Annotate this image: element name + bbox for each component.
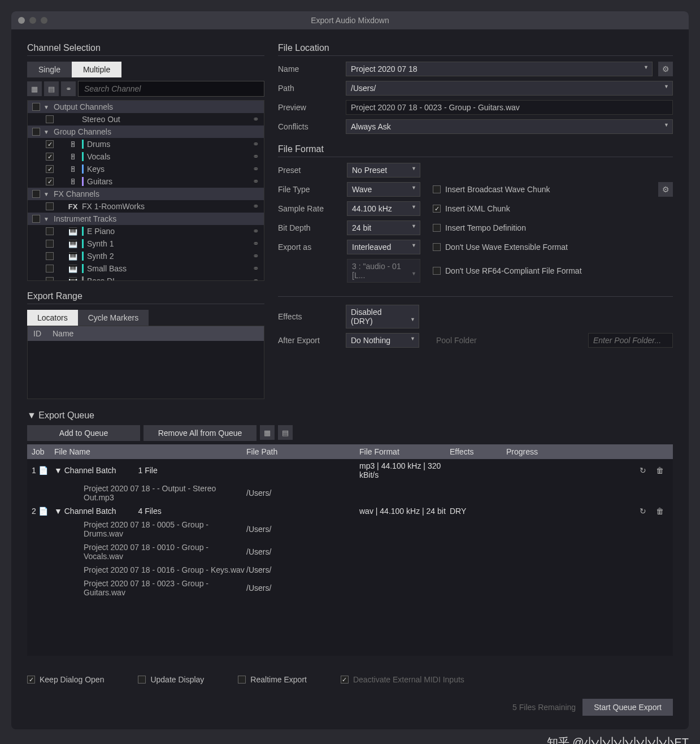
remove-all-button[interactable]: Remove All from Queue: [144, 425, 256, 441]
ixml-checkbox[interactable]: [433, 205, 441, 213]
item-checkbox[interactable]: [46, 202, 54, 210]
tab-single[interactable]: Single: [27, 62, 72, 77]
group-checkbox[interactable]: [32, 190, 40, 198]
link-button[interactable]: ⚭: [61, 81, 76, 96]
effects-dropdown[interactable]: Disabled (DRY): [346, 305, 419, 328]
broadcast-wave-checkbox[interactable]: [433, 185, 441, 193]
item-checkbox[interactable]: [46, 165, 54, 173]
item-checkbox[interactable]: [46, 178, 54, 185]
tempo-checkbox[interactable]: [433, 224, 441, 232]
conflicts-dropdown[interactable]: Always Ask: [346, 119, 673, 134]
trash-icon[interactable]: 🗑: [651, 507, 668, 516]
tree-item[interactable]: Stereo Out⚭: [28, 113, 264, 126]
path-dropdown[interactable]: /Users/: [346, 81, 673, 96]
link-icon[interactable]: ⚭: [253, 115, 259, 124]
collapse-all-button[interactable]: ▤: [44, 81, 59, 96]
item-checkbox[interactable]: [46, 240, 54, 248]
tree-item[interactable]: 🎹Synth 1⚭: [28, 237, 264, 250]
item-checkbox[interactable]: [46, 153, 54, 161]
item-checkbox[interactable]: [46, 115, 54, 123]
tree-item[interactable]: 🎚Vocals⚭: [28, 150, 264, 163]
link-icon[interactable]: ⚭: [253, 177, 259, 186]
ixml-label: Insert iXML Chunk: [445, 204, 510, 213]
update-display-checkbox[interactable]: [138, 676, 146, 684]
keep-dialog-checkbox[interactable]: [27, 676, 35, 684]
item-checkbox[interactable]: [46, 277, 54, 281]
name-dropdown[interactable]: Project 2020 07 18: [346, 62, 653, 76]
file-format-heading: File Format: [278, 144, 673, 157]
search-input[interactable]: [78, 81, 264, 97]
queue-batch-row[interactable]: 1 📄▼ Channel Batch 1 Filemp3 | 44.100 kH…: [27, 459, 673, 482]
chevron-down-icon[interactable]: ▼: [44, 129, 50, 135]
trash-icon[interactable]: 🗑: [651, 466, 668, 475]
refresh-icon[interactable]: ↻: [634, 507, 651, 516]
group-checkbox[interactable]: [32, 128, 40, 136]
link-icon[interactable]: ⚭: [253, 140, 259, 149]
item-checkbox[interactable]: [46, 140, 54, 148]
filetype-dropdown[interactable]: Wave: [347, 182, 420, 197]
export-queue-heading[interactable]: ▼ Export Queue: [27, 410, 673, 421]
pool-folder-input[interactable]: [588, 333, 673, 348]
chevron-down-icon[interactable]: ▼: [44, 216, 50, 222]
deactivate-midi-checkbox[interactable]: [341, 676, 349, 684]
link-icon[interactable]: ⚭: [253, 276, 259, 281]
samplerate-dropdown[interactable]: 44.100 kHz: [347, 201, 420, 216]
window-title: Export Audio Mixdown: [311, 16, 389, 25]
link-icon[interactable]: ⚭: [253, 165, 259, 174]
link-icon[interactable]: ⚭: [253, 252, 259, 261]
expand-all-button[interactable]: ▦: [27, 81, 42, 96]
tree-item[interactable]: 🎚Keys⚭: [28, 163, 264, 175]
chevron-down-icon[interactable]: ▼: [44, 191, 50, 197]
queue-icon-2[interactable]: ▤: [278, 425, 293, 440]
tree-item[interactable]: 🎚Drums⚭: [28, 138, 264, 150]
tree-group-header[interactable]: ▼FX Channels: [28, 188, 264, 200]
group-checkbox[interactable]: [32, 103, 40, 111]
close-icon[interactable]: [18, 17, 25, 24]
audio-output-dropdown[interactable]: 3 : "audio - 01 [L...: [347, 259, 420, 283]
tree-group-header[interactable]: ▼Instrument Tracks: [28, 213, 264, 225]
tab-multiple[interactable]: Multiple: [72, 62, 121, 77]
item-checkbox[interactable]: [46, 252, 54, 260]
link-icon[interactable]: ⚭: [253, 152, 259, 161]
realtime-export-checkbox[interactable]: [238, 676, 246, 684]
item-checkbox[interactable]: [46, 227, 54, 235]
bitdepth-dropdown[interactable]: 24 bit: [347, 220, 420, 235]
tab-locators[interactable]: Locators: [27, 310, 78, 326]
refresh-icon[interactable]: ↻: [634, 466, 651, 475]
tree-item[interactable]: 🎹Small Bass⚭: [28, 262, 264, 275]
maximize-icon[interactable]: [41, 17, 47, 24]
tree-item[interactable]: 🎚Guitars⚭: [28, 175, 264, 188]
afterexport-dropdown[interactable]: Do Nothing: [346, 333, 419, 348]
tree-item[interactable]: 🎹Bass DI⚭: [28, 275, 264, 281]
queue-file-row[interactable]: Project 2020 07 18 - - Output - Stereo O…: [27, 482, 673, 504]
link-icon[interactable]: ⚭: [253, 202, 259, 211]
tab-cycle-markers[interactable]: Cycle Markers: [78, 310, 149, 326]
rf64-checkbox[interactable]: [433, 267, 441, 275]
tree-item[interactable]: 🎹Synth 2⚭: [28, 250, 264, 262]
tree-group-header[interactable]: ▼Output Channels: [28, 101, 264, 113]
chevron-down-icon[interactable]: ▼: [44, 104, 50, 110]
queue-file-row[interactable]: Project 2020 07 18 - 0016 - Group - Keys…: [27, 563, 673, 577]
start-export-button[interactable]: Start Queue Export: [582, 699, 673, 716]
group-checkbox[interactable]: [32, 215, 40, 223]
exportas-dropdown[interactable]: Interleaved: [347, 240, 420, 254]
channel-tree[interactable]: ▼Output ChannelsStereo Out⚭▼Group Channe…: [27, 100, 264, 281]
preset-dropdown[interactable]: No Preset: [347, 163, 420, 178]
queue-file-row[interactable]: Project 2020 07 18 - 0005 - Group - Drum…: [27, 518, 673, 540]
link-icon[interactable]: ⚭: [253, 239, 259, 248]
queue-batch-row[interactable]: 2 📄▼ Channel Batch 4 Fileswav | 44.100 k…: [27, 504, 673, 518]
waveext-checkbox[interactable]: [433, 243, 441, 251]
queue-file-row[interactable]: Project 2020 07 18 - 0010 - Group - Voca…: [27, 540, 673, 563]
add-to-queue-button[interactable]: Add to Queue: [27, 425, 140, 441]
queue-icon-1[interactable]: ▦: [260, 425, 275, 440]
tree-item[interactable]: 🎹E Piano⚭: [28, 225, 264, 237]
filetype-gear-icon[interactable]: ⚙: [658, 182, 673, 197]
item-checkbox[interactable]: [46, 265, 54, 272]
name-gear-icon[interactable]: ⚙: [658, 62, 673, 76]
queue-file-row[interactable]: Project 2020 07 18 - 0023 - Group - Guit…: [27, 577, 673, 599]
link-icon[interactable]: ⚭: [253, 264, 259, 273]
tree-group-header[interactable]: ▼Group Channels: [28, 126, 264, 138]
link-icon[interactable]: ⚭: [253, 227, 259, 236]
tree-item[interactable]: FXFX 1-RoomWorks⚭: [28, 200, 264, 213]
minimize-icon[interactable]: [29, 17, 36, 24]
